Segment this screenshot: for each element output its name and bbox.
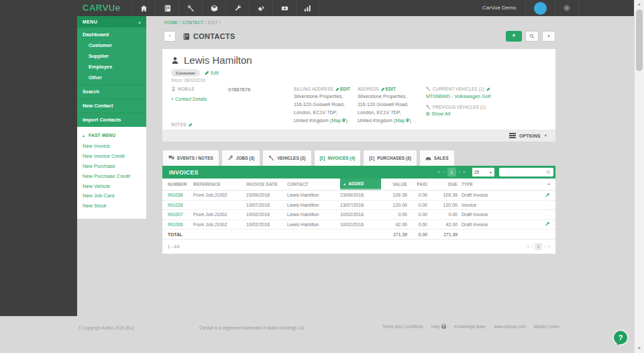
sidebar-item-employee[interactable]: Employee — [77, 62, 146, 72]
invoice-number-link[interactable]: IN1007 — [162, 212, 193, 217]
pagination-current-page[interactable]: 1 — [535, 243, 542, 250]
sidebar-item-dashboard[interactable]: Dashboard — [77, 30, 146, 40]
sidebar-item-other[interactable]: Other — [77, 72, 146, 83]
row-actions-button[interactable]: - — [521, 203, 555, 207]
search-button[interactable] — [525, 31, 539, 42]
sidebar-item-import-contacts[interactable]: Import Contacts — [77, 115, 146, 125]
sidebar-item-customer[interactable]: Customer — [77, 40, 146, 51]
nav-jobs-button[interactable] — [225, 0, 249, 16]
col-header-type[interactable]: TYPE — [458, 179, 521, 190]
tab-jobs[interactable]: JOBS (3) — [221, 150, 260, 166]
row-actions-button[interactable] — [521, 221, 555, 227]
table-row[interactable]: IN1038 From Job:J1002 23/09/2016 Lewis H… — [162, 191, 555, 201]
column-chooser-button[interactable]: + — [521, 179, 555, 190]
col-header-number[interactable]: NUMBER — [162, 179, 193, 190]
per-page-select[interactable]: 25 ▼ — [472, 168, 494, 176]
fast-item-new-purchase[interactable]: New Purchase — [77, 162, 146, 172]
scroll-down-arrow-icon[interactable]: ▼ — [635, 344, 644, 353]
show-all-link[interactable]: ⊞ Show All — [426, 111, 491, 117]
fast-item-new-job-card[interactable]: New Job Card — [77, 191, 146, 201]
pagination-current-page[interactable]: 1 — [447, 168, 456, 176]
tab-sales[interactable]: SALES — [419, 150, 455, 166]
country-label: United Kingdom — [358, 117, 392, 123]
invoice-due: 109.39 — [427, 193, 458, 197]
back-button[interactable]: ‹ — [164, 31, 176, 42]
table-row[interactable]: IN1006 From Job:J1002 10/02/2016 Lewis H… — [162, 220, 555, 230]
invoice-number-link[interactable]: IN1006 — [162, 222, 193, 227]
pagination-last[interactable]: » — [547, 244, 550, 249]
sidebar-item-new-contact[interactable]: New Contact — [77, 101, 146, 111]
pagination-next[interactable]: › — [544, 244, 545, 249]
pagination-first[interactable]: « — [438, 170, 441, 174]
tab-vehicles[interactable]: VEHICLES (2) — [262, 150, 311, 166]
col-header-due[interactable]: DUE — [427, 179, 458, 190]
scrollbar[interactable]: ▲ ▼ — [634, 0, 644, 353]
carvue-website-link[interactable]: www.carvue.com — [494, 324, 526, 329]
pagination-last[interactable]: » — [463, 170, 466, 174]
address-edit-link[interactable]: EDIT — [381, 87, 396, 91]
add-contact-button[interactable]: + — [506, 31, 522, 42]
account-menu[interactable]: CarVue Demo — [473, 0, 525, 16]
menu-header[interactable]: MENU▴ — [77, 16, 146, 28]
carvue-logo[interactable]: CARVUe — [83, 0, 120, 16]
sidebar-item-supplier[interactable]: Supplier — [77, 51, 146, 62]
nav-reports-button[interactable] — [296, 0, 319, 16]
billing-address-edit-link[interactable]: EDIT — [335, 87, 350, 91]
nav-parts-button[interactable] — [202, 0, 225, 16]
knowledge-base-link[interactable]: Knowledge Base — [454, 324, 486, 329]
edit-notes-link[interactable] — [189, 123, 193, 127]
table-row[interactable]: IN1028 13/07/2016 Lewis Hamilton 13/07/2… — [162, 201, 555, 211]
fast-item-new-invoice[interactable]: New Invoice — [77, 142, 146, 152]
contact-details-link[interactable]: + Contact Details — [171, 97, 207, 101]
col-header-invoice-date[interactable]: INVOICE DATE — [246, 179, 287, 190]
scroll-up-arrow-icon[interactable]: ▲ — [635, 0, 644, 9]
avatar-button[interactable] — [525, 0, 555, 16]
breadcrumb-contact[interactable]: CONTACT — [182, 20, 203, 25]
nav-payments-button[interactable] — [272, 0, 296, 16]
col-header-paid[interactable]: PAID — [407, 179, 427, 190]
map-link[interactable]: Map — [331, 117, 341, 123]
pagination-next[interactable]: › — [459, 170, 460, 174]
edit-contact-link[interactable]: Edit — [205, 70, 219, 75]
fast-item-new-purchase-credit[interactable]: New Purchase Credit — [77, 171, 146, 181]
pagination-first[interactable]: « — [527, 244, 529, 249]
edit-vehicles-link[interactable] — [486, 87, 490, 91]
fast-item-new-vehicle[interactable]: New Vehicle — [77, 181, 146, 191]
col-header-value[interactable]: VALUE — [381, 179, 407, 190]
help-chat-bubble[interactable]: ? — [612, 330, 629, 346]
col-header-reference[interactable]: REFERENCE — [193, 179, 246, 190]
row-actions-button[interactable]: - — [521, 212, 555, 217]
pencil-icon — [205, 70, 209, 75]
fast-item-new-stock[interactable]: New Stock — [77, 201, 146, 211]
table-row[interactable]: IN1007 From Job:J1002 10/02/2016 Lewis H… — [162, 210, 555, 220]
tab-invoices[interactable]: [£] INVOICES (4) — [314, 150, 362, 166]
help-link[interactable]: Help? — [431, 324, 446, 329]
invoice-number-link[interactable]: IN1028 — [162, 203, 193, 207]
fast-item-new-invoice-credit[interactable]: New Invoice Credit — [77, 152, 146, 162]
nav-contacts-button[interactable] — [155, 0, 178, 16]
nav-sales-button[interactable] — [249, 0, 272, 16]
nav-vehicles-button[interactable] — [178, 0, 202, 16]
options-button[interactable]: OPTIONS — [519, 134, 541, 138]
pagination-prev[interactable]: ‹ — [531, 244, 533, 249]
pagination-prev[interactable]: ‹ — [443, 170, 444, 174]
current-vehicle-link[interactable]: MT09BWD - Volkswagen Golf — [426, 93, 491, 99]
tab-label: EVENTS / NOTES — [177, 156, 213, 160]
table-search-input[interactable] — [502, 170, 546, 174]
tab-purchases[interactable]: [£] PURCHASES (3) — [363, 150, 417, 166]
tab-events-notes[interactable]: EVENTS / NOTES — [162, 150, 219, 166]
sidebar-item-search[interactable]: Search — [77, 87, 146, 97]
row-actions-button[interactable] — [521, 193, 555, 198]
map-link[interactable]: Map — [395, 117, 405, 123]
invoice-number-link[interactable]: IN1038 — [162, 193, 193, 197]
settings-button[interactable] — [555, 0, 579, 16]
nav-home-button[interactable] — [131, 0, 155, 16]
col-header-contact[interactable]: CONTACT — [287, 179, 340, 190]
col-header-added-sorted[interactable]: ▲ADDED — [340, 179, 381, 190]
more-dropdown-button[interactable]: ▼ — [542, 31, 555, 42]
terms-link[interactable]: Terms and Conditions — [382, 324, 423, 329]
media-centre-link[interactable]: Media Centre — [534, 324, 559, 329]
fast-menu-header[interactable]: ▴FAST MENU — [77, 131, 146, 142]
scrollbar-thumb[interactable] — [636, 9, 643, 71]
breadcrumb-home[interactable]: HOME — [164, 20, 178, 25]
